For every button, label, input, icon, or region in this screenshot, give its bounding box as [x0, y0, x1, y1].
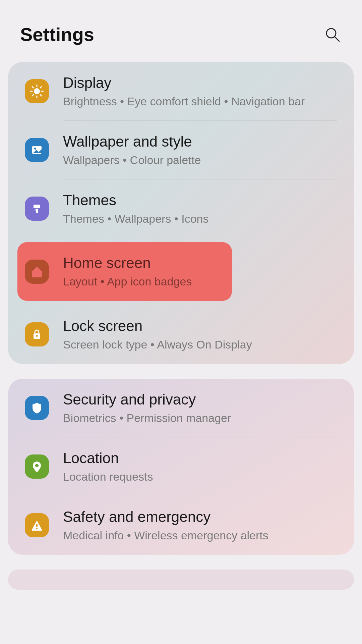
settings-item-title: Display [63, 74, 337, 92]
page-title: Settings [20, 23, 94, 45]
settings-group-security: Security and privacy Biometrics • Permis… [8, 379, 354, 555]
svg-point-2 [34, 88, 40, 94]
settings-item-home-highlighted[interactable]: Home screen Layout • App icon badges [17, 242, 232, 301]
svg-line-7 [32, 87, 34, 88]
settings-item-title: Home screen [63, 254, 225, 272]
settings-item-subtitle: Medical info • Wireless emergency alerts [63, 528, 337, 543]
settings-item-display[interactable]: Display Brightness • Eye comfort shield … [8, 62, 354, 121]
settings-item-title: Safety and emergency [63, 508, 337, 526]
settings-item-title: Lock screen [63, 317, 337, 335]
settings-item-subtitle: Layout • App icon badges [63, 274, 225, 289]
settings-group-next[interactable] [8, 570, 354, 590]
settings-item-lockscreen[interactable]: Lock screen Screen lock type • Always On… [8, 305, 354, 364]
settings-item-subtitle: Screen lock type • Always On Display [63, 337, 337, 352]
svg-rect-19 [37, 336, 38, 337]
settings-item-subtitle: Location requests [63, 469, 337, 484]
settings-item-home-spacer: Home screen Layout • App icon badges [8, 238, 354, 305]
settings-item-title: Location [63, 449, 337, 467]
shield-icon [25, 396, 49, 420]
settings-group-display: Display Brightness • Eye comfort shield … [8, 62, 354, 364]
svg-line-10 [32, 95, 34, 96]
svg-rect-14 [34, 207, 40, 208]
svg-rect-21 [36, 524, 38, 527]
settings-item-title: Security and privacy [63, 391, 337, 409]
search-button[interactable] [323, 25, 342, 44]
settings-item-location[interactable]: Location Location requests [8, 437, 354, 496]
svg-point-0 [326, 29, 336, 38]
pin-icon [25, 454, 49, 479]
settings-item-wallpaper[interactable]: Wallpaper and style Wallpapers • Colour … [8, 121, 354, 179]
sun-icon [25, 79, 49, 103]
header: Settings [0, 0, 362, 62]
home-icon [25, 260, 49, 284]
svg-point-20 [35, 464, 39, 467]
settings-item-security[interactable]: Security and privacy Biometrics • Permis… [8, 379, 354, 437]
search-icon [324, 26, 341, 43]
svg-rect-15 [36, 209, 38, 211]
settings-item-themes[interactable]: Themes Themes • Wallpapers • Icons [8, 179, 354, 238]
settings-item-subtitle: Brightness • Eye comfort shield • Naviga… [63, 94, 337, 109]
svg-rect-16 [36, 211, 38, 213]
svg-line-8 [40, 95, 42, 96]
picture-icon [25, 138, 49, 162]
svg-point-22 [36, 528, 38, 529]
brush-icon [25, 197, 49, 221]
settings-item-title: Wallpaper and style [63, 133, 337, 151]
settings-item-subtitle: Biometrics • Permission manager [63, 411, 337, 425]
lock-icon [25, 322, 49, 346]
alert-icon [25, 513, 49, 537]
settings-item-safety[interactable]: Safety and emergency Medical info • Wire… [8, 496, 354, 555]
svg-point-12 [34, 148, 36, 150]
settings-item-subtitle: Themes • Wallpapers • Icons [63, 211, 337, 226]
settings-item-subtitle: Wallpapers • Colour palette [63, 153, 337, 167]
svg-line-1 [335, 37, 339, 41]
settings-item-title: Themes [63, 192, 337, 209]
svg-line-9 [40, 87, 42, 88]
